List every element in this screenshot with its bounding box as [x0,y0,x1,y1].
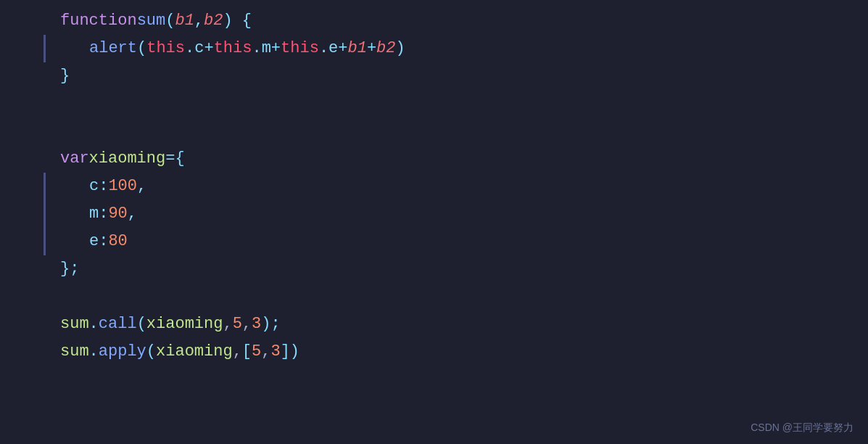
line-content: c: 100, [46,173,146,200]
line-content: sum.apply(xiaoming, [5, 3]) [46,338,299,366]
token-punct: [ [242,339,252,364]
token-param: b2 [204,8,223,33]
token-operator: + [204,36,213,61]
token-punct: . [89,311,99,337]
token-kw-var: var [60,146,89,171]
token-punct: : [99,229,108,254]
token-obj-key: c [89,173,99,199]
token-obj-key: e [89,229,99,254]
code-line [0,90,868,118]
token-punct: , [194,8,204,33]
line-content: e: 80 [46,228,128,255]
token-prop: e [328,36,338,61]
token-obj-name: sum [60,339,89,364]
code-line: function sum(b1, b2) { [0,7,868,35]
token-punct: . [252,36,261,61]
token-punct: ) [396,36,405,61]
line-content: sum.call(xiaoming, 5, 3); [46,311,281,338]
token-number: 100 [108,173,137,199]
code-line: }; [0,255,868,283]
token-method: apply [99,339,146,364]
code-lines: function sum(b1, b2) {alert(this.c + thi… [0,7,868,366]
token-alert-fn: alert [89,36,137,61]
code-line: alert(this.c + this.m + this.e + b1 + b2… [0,35,868,62]
code-line: e: 80 [0,228,868,255]
token-number: 5 [233,311,242,337]
token-punct: ( [165,8,175,33]
token-obj-name: xiaoming [156,339,233,364]
token-number: 3 [252,311,261,337]
token-punct: . [319,36,328,61]
token-kw-this: this [214,36,252,61]
token-param: b2 [376,36,395,61]
token-plain: , [242,311,252,337]
token-plain: , [261,339,270,364]
line-content: alert(this.c + this.m + this.e + b1 + b2… [46,35,405,62]
token-method: call [99,311,137,337]
token-punct: ( [146,339,156,364]
line-content: } [46,62,70,90]
token-punct: { [175,146,184,171]
token-operator: + [338,36,347,61]
token-punct: ]) [281,339,299,364]
code-line: c: 100, [0,173,868,200]
token-param: b1 [175,8,194,33]
token-plain: , [223,311,232,337]
code-line [0,118,868,145]
token-obj-name: xiaoming [146,311,223,337]
code-line: sum.apply(xiaoming, [5, 3]) [0,338,868,366]
token-kw-this: this [281,36,319,61]
watermark: CSDN @王同学要努力 [751,419,853,435]
code-editor: function sum(b1, b2) {alert(this.c + thi… [0,0,868,444]
line-content [46,118,60,145]
line-content: var xiaoming = { [46,145,185,173]
token-punct: . [185,36,194,61]
line-content: function sum(b1, b2) { [46,7,252,35]
token-operator: + [367,36,376,61]
token-punct: : [99,173,108,199]
line-content: }; [46,255,79,283]
line-content: m: 90, [46,200,137,228]
token-kw-function: function [60,8,137,33]
token-number: 90 [108,201,127,226]
token-punct: : [99,201,108,226]
token-operator: + [271,36,281,61]
token-punct: }; [60,256,79,281]
token-fn-name: sum [137,8,166,33]
code-line [0,283,868,311]
line-content [46,283,60,311]
token-kw-this: this [146,36,185,61]
token-plain: , [233,339,242,364]
token-number: 80 [108,229,127,254]
code-line: sum.call(xiaoming, 5, 3); [0,311,868,338]
token-punct: ); [261,311,280,337]
code-line: m: 90, [0,200,868,228]
token-punct: ( [137,36,146,61]
token-prop: m [262,36,271,61]
token-punct: } [60,63,70,89]
code-line: } [0,62,868,90]
token-prop: c [194,36,204,61]
token-punct: . [89,339,99,364]
token-punct: , [128,201,137,226]
token-obj-key: m [89,201,99,226]
token-obj-name: xiaoming [89,146,166,171]
token-operator: = [165,146,175,171]
token-obj-name: sum [60,311,89,337]
line-content [46,90,60,118]
token-param: b1 [347,36,366,61]
token-number: 5 [252,339,261,364]
token-number: 3 [270,339,280,364]
code-line: var xiaoming = { [0,145,868,173]
token-punct: , [137,173,146,199]
token-punct: ) { [223,8,252,33]
token-punct: ( [137,311,146,337]
